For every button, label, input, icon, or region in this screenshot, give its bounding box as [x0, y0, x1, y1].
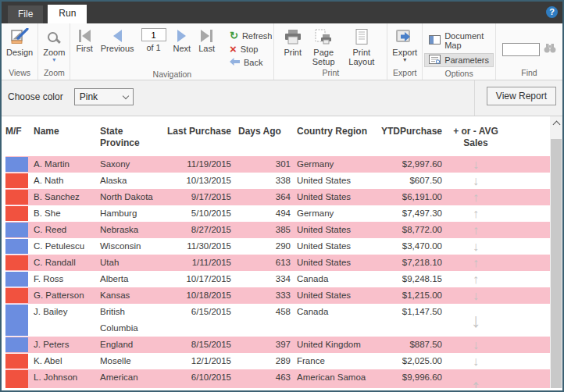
view-report-button[interactable]: View Report: [487, 87, 556, 105]
gender-color-swatch: [5, 206, 28, 221]
country-cell: United States: [291, 189, 370, 205]
last-page-button[interactable]: Last: [198, 28, 215, 53]
gender-color-swatch: [5, 190, 28, 205]
name-cell: C. Petulescu: [34, 238, 100, 255]
scrollbar-thumb[interactable]: [551, 139, 562, 388]
zoom-dropdown-icon[interactable]: ▾: [52, 58, 55, 62]
trend-cell: ↑: [442, 271, 509, 287]
page-setup-button[interactable]: Page Setup: [305, 25, 342, 66]
up-arrow-icon: ↑: [473, 224, 479, 237]
down-arrow-icon: ↓: [473, 339, 479, 351]
country-cell: United States: [291, 255, 370, 271]
last-purchase-cell: 8/15/2015: [161, 337, 231, 353]
export-button[interactable]: Export ▾: [389, 25, 420, 62]
export-dropdown-icon[interactable]: ▾: [403, 58, 406, 62]
state-cell: Utah: [100, 255, 161, 271]
days-ago-cell: 338: [231, 173, 291, 189]
parameters-button[interactable]: Parameters: [424, 53, 494, 67]
refresh-icon: ↻: [230, 30, 238, 41]
mf-cell: [5, 271, 34, 287]
gender-color-swatch: [5, 272, 28, 287]
choose-color-label: Choose color: [8, 91, 63, 102]
tab-run[interactable]: Run: [48, 5, 87, 23]
previous-page-icon: [113, 28, 122, 44]
state-cell: Saxony: [100, 156, 161, 173]
country-cell: United Kingdom: [291, 337, 370, 353]
ytd-cell: $9,996.60: [370, 369, 442, 388]
print-layout-icon: [354, 27, 369, 46]
ytd-cell: $2,997.60: [370, 156, 442, 173]
gender-color-swatch: [5, 354, 28, 369]
table-row: L. JohnsonAmerican Samoa6/10/2015463Amer…: [5, 369, 562, 388]
mf-cell: [5, 353, 34, 369]
find-group-label: Find: [498, 67, 561, 80]
table-row: A. MartinSaxony11/19/2015301Germany$2,99…: [5, 156, 562, 173]
name-cell: B. She: [34, 205, 100, 222]
report-canvas: M/F Name State Province Last Purchase Da…: [2, 116, 562, 388]
ytd-cell: $2,025.00: [370, 353, 442, 369]
table-row: J. PetersEngland8/15/2015397United Kingd…: [5, 337, 562, 353]
page-setup-button-label: Page Setup: [308, 48, 339, 66]
design-button-label: Design: [6, 48, 33, 57]
mf-cell: [5, 156, 34, 173]
gender-color-swatch: [5, 255, 28, 270]
zoom-button[interactable]: Zoom ▾: [40, 25, 68, 62]
vertical-scrollbar[interactable]: [550, 116, 562, 388]
ytd-cell: $8,772.00: [370, 222, 442, 238]
mf-cell: [5, 238, 34, 255]
gender-color-swatch: [5, 157, 28, 172]
design-button[interactable]: Design: [3, 25, 36, 57]
scroll-up-icon[interactable]: [552, 121, 560, 129]
help-icon[interactable]: ?: [546, 6, 558, 18]
color-dropdown[interactable]: Pink: [74, 88, 134, 105]
design-icon: [10, 27, 29, 46]
table-row: C. ReedNebraska8/27/2015385United States…: [5, 222, 562, 238]
country-cell: Germany: [291, 156, 370, 173]
report-rows: A. MartinSaxony11/19/2015301Germany$2,99…: [5, 156, 562, 388]
table-row: B. SheHamburg5/10/2015494Germany$7,497.3…: [5, 205, 562, 222]
tab-file[interactable]: File: [8, 5, 43, 23]
page-number-control: of 1: [141, 28, 166, 52]
print-layout-button[interactable]: Print Layout: [342, 25, 380, 66]
parameter-bar: Choose color Pink View Report: [2, 80, 562, 116]
trend-cell: ↓: [442, 337, 509, 353]
up-arrow-icon: ↑: [473, 191, 479, 204]
first-page-button[interactable]: First: [76, 28, 92, 53]
ribbon-group-views: Design Views: [2, 23, 38, 80]
last-purchase-cell: 9/17/2015: [161, 189, 231, 205]
table-row: J. BaileyBritish Columbia6/15/2015458Can…: [5, 304, 562, 337]
print-icon: [284, 27, 302, 46]
export-icon: [395, 27, 414, 46]
ytd-cell: $7,218.10: [370, 255, 442, 271]
binoculars-icon[interactable]: [544, 42, 556, 56]
document-map-button[interactable]: Document Map: [424, 30, 494, 52]
state-cell: Moselle: [100, 353, 161, 369]
find-input[interactable]: [502, 43, 540, 56]
down-arrow-icon: ↓: [473, 355, 479, 368]
page-number-input[interactable]: [141, 28, 166, 41]
print-button[interactable]: Print: [280, 25, 305, 57]
next-page-button[interactable]: Next: [173, 28, 191, 53]
ytd-cell: $887.50: [370, 337, 442, 353]
days-ago-cell: 334: [231, 271, 291, 287]
ytd-cell: $7,497.30: [370, 205, 442, 222]
up-arrow-icon: ↑: [471, 376, 481, 389]
parameters-icon: [429, 55, 441, 66]
name-cell: A. Nath: [34, 173, 100, 189]
country-cell: Canada: [291, 271, 370, 287]
stop-button[interactable]: × Stop: [230, 42, 272, 55]
state-cell: Nebraska: [100, 222, 161, 238]
mf-cell: [5, 173, 34, 189]
trend-cell: ↓: [442, 238, 509, 255]
header-days-ago: Days Ago: [231, 126, 291, 149]
trend-cell: ↓: [442, 173, 509, 189]
trend-cell: ↓: [442, 287, 509, 304]
previous-page-button[interactable]: Previous: [101, 28, 134, 53]
name-cell: J. Peters: [34, 337, 100, 353]
trend-cell: ↑: [442, 369, 509, 388]
days-ago-cell: 290: [231, 238, 291, 255]
refresh-button[interactable]: ↻ Refresh: [230, 29, 272, 42]
last-purchase-cell: 6/15/2015: [161, 304, 231, 337]
gender-color-swatch: [5, 305, 28, 336]
back-button[interactable]: Back: [230, 55, 272, 69]
